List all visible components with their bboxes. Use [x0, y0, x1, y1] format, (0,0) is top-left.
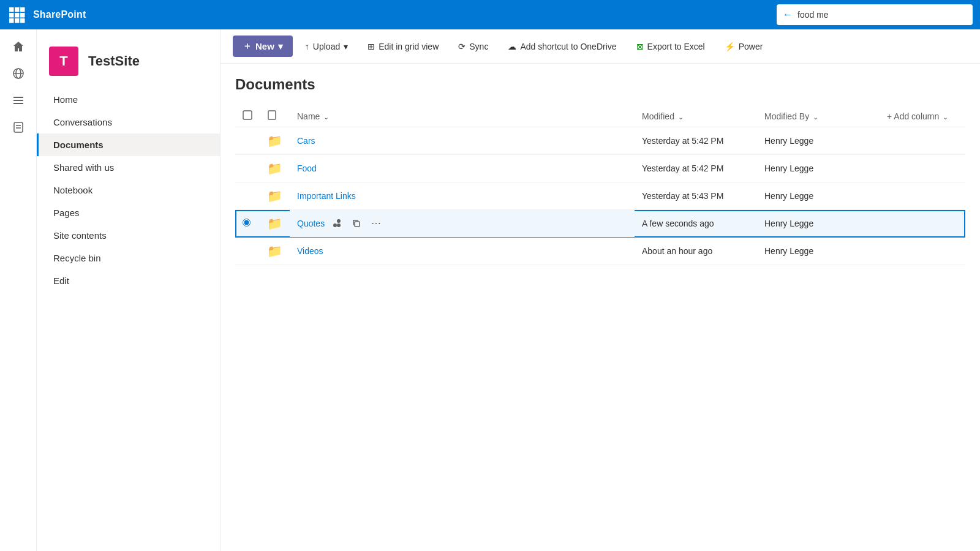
svg-rect-6 [9, 18, 14, 23]
add-shortcut-button[interactable]: ☁ Add shortcut to OneDrive [500, 37, 624, 56]
file-name-link[interactable]: Food [297, 163, 317, 173]
excel-icon: ⊠ [636, 42, 644, 51]
row-modified-cell: Yesterday at 5:42 PM [635, 155, 757, 182]
folder-icon: 📁 [267, 134, 282, 148]
nav-item-recycle-bin[interactable]: Recycle bin [37, 247, 220, 269]
power-button[interactable]: ⚡ Power [717, 37, 771, 56]
col-header-modified[interactable]: Modified ⌄ [635, 105, 757, 127]
svg-rect-18 [243, 111, 252, 119]
power-icon: ⚡ [725, 42, 735, 51]
nav-item-home[interactable]: Home [37, 88, 220, 111]
lists-rail-icon[interactable] [6, 88, 31, 113]
svg-rect-4 [15, 13, 20, 18]
documents-area: Documents Name ⌄ [221, 64, 980, 551]
row-name-cell: Quotes ⋯ [290, 210, 635, 238]
folder-icon: 📁 [267, 217, 282, 230]
modifiedby-sort-icon: ⌄ [813, 113, 818, 121]
search-input[interactable] [797, 10, 957, 20]
file-name-link[interactable]: Videos [297, 246, 323, 256]
name-sort-icon: ⌄ [323, 113, 329, 121]
row-modified-cell: Yesterday at 5:43 PM [635, 182, 757, 210]
row-checkbox-cell [235, 127, 260, 155]
row-icon-cell: 📁 [260, 155, 290, 182]
row-checkbox-cell [235, 155, 260, 182]
top-bar: SharePoint ← [0, 0, 980, 29]
copy-link-button[interactable] [349, 216, 364, 231]
row-name-cell: Important Links [290, 182, 635, 210]
folder-icon: 📁 [267, 244, 282, 258]
modified-sort-icon: ⌄ [678, 113, 684, 121]
documents-title: Documents [235, 76, 965, 93]
nav-item-documents[interactable]: Documents [37, 133, 220, 156]
sites-rail-icon[interactable] [6, 61, 31, 86]
edit-grid-button[interactable]: ⊞ Edit in grid view [360, 37, 446, 56]
row-icon-cell: 📁 [260, 210, 290, 238]
row-name-cell: Food [290, 155, 635, 182]
site-nav: T TestSite Home Conversations Documents … [37, 29, 221, 551]
svg-rect-0 [9, 7, 14, 12]
table-row: 📁Quotes ⋯ A few seconds agoHenry Legge [235, 210, 965, 238]
ellipsis-icon: ⋯ [371, 219, 381, 228]
documents-table: Name ⌄ Modified ⌄ Modified By ⌄ + Add [235, 105, 965, 265]
col-header-name[interactable]: Name ⌄ [290, 105, 635, 127]
toolbar: ＋ New ▾ ↑ Upload ▾ ⊞ Edit in grid view ⟳… [221, 29, 980, 64]
table-row: 📁VideosAbout an hour agoHenry Legge [235, 238, 965, 265]
export-excel-button[interactable]: ⊠ Export to Excel [629, 37, 712, 56]
nav-item-edit[interactable]: Edit [37, 269, 220, 292]
upload-button[interactable]: ↑ Upload ▾ [298, 37, 355, 56]
new-button[interactable]: ＋ New ▾ [233, 36, 293, 57]
export-excel-label: Export to Excel [647, 42, 705, 51]
svg-rect-2 [20, 7, 25, 12]
col-header-modified-by[interactable]: Modified By ⌄ [757, 105, 880, 127]
sync-button[interactable]: ⟳ Sync [451, 37, 496, 56]
back-icon[interactable]: ← [783, 9, 793, 20]
nav-item-notebook[interactable]: Notebook [37, 179, 220, 201]
upload-label: Upload [313, 42, 340, 51]
table-row: 📁Important LinksYesterday at 5:43 PMHenr… [235, 182, 965, 210]
nav-item-conversations[interactable]: Conversations [37, 111, 220, 133]
file-name-link[interactable]: Quotes [297, 219, 325, 228]
row-icon-cell: 📁 [260, 182, 290, 210]
row-modified-by-cell: Henry Legge [757, 155, 880, 182]
site-title: TestSite [88, 53, 140, 69]
svg-rect-5 [20, 13, 25, 18]
row-checkbox-cell [235, 182, 260, 210]
row-add-col-cell [880, 182, 965, 210]
row-checkbox-cell [235, 238, 260, 265]
more-actions-button[interactable]: ⋯ [369, 216, 383, 231]
svg-rect-8 [20, 18, 25, 23]
row-name-cell: Cars [290, 127, 635, 155]
plus-icon: ＋ [243, 40, 252, 52]
col-header-checkbox[interactable] [235, 105, 260, 127]
onedrive-icon: ☁ [508, 42, 516, 51]
edit-grid-label: Edit in grid view [379, 42, 439, 51]
nav-item-shared[interactable]: Shared with us [37, 156, 220, 179]
svg-rect-13 [13, 100, 23, 101]
row-modified-by-cell: Henry Legge [757, 182, 880, 210]
file-name-link[interactable]: Cars [297, 136, 315, 146]
row-radio[interactable] [243, 219, 251, 227]
site-header: T TestSite [37, 39, 220, 88]
addcol-chevron-icon: ⌄ [943, 113, 948, 121]
col-header-add-column[interactable]: + Add column ⌄ [880, 105, 965, 127]
table-row: 📁FoodYesterday at 5:42 PMHenry Legge [235, 155, 965, 182]
svg-rect-14 [13, 103, 23, 104]
row-name-cell: Videos [290, 238, 635, 265]
power-label: Power [739, 42, 763, 51]
search-bar: ← [777, 4, 973, 25]
upload-chevron-icon: ▾ [344, 42, 348, 51]
app-name: SharePoint [33, 9, 86, 20]
svg-rect-1 [15, 7, 20, 12]
share-action-button[interactable] [330, 216, 344, 231]
row-add-col-cell [880, 238, 965, 265]
nav-item-pages[interactable]: Pages [37, 201, 220, 224]
waffle-icon[interactable] [7, 6, 26, 24]
notes-rail-icon[interactable] [6, 115, 31, 140]
new-label: New [255, 41, 274, 51]
site-logo: T [49, 47, 78, 76]
home-rail-icon[interactable] [6, 34, 31, 59]
file-name-link[interactable]: Important Links [297, 191, 356, 201]
row-modified-by-cell: Henry Legge [757, 210, 880, 238]
nav-item-site-contents[interactable]: Site contents [37, 224, 220, 247]
row-icon-cell: 📁 [260, 127, 290, 155]
